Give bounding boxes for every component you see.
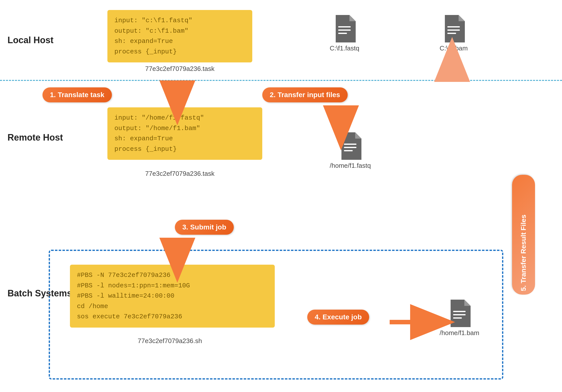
badge-submit-job: 3. Submit job — [175, 220, 234, 235]
svg-rect-3 — [447, 26, 460, 27]
file-bam-local-icon: C:\f1.bam — [440, 15, 468, 52]
svg-rect-6 — [344, 144, 356, 145]
diagram: Local Host Remote Host Batch Systems (PB… — [0, 0, 562, 392]
svg-rect-7 — [344, 147, 356, 148]
local-task-label: 77e3c2ef7079a236.task — [120, 65, 240, 73]
svg-rect-10 — [453, 314, 466, 315]
file-fastq-local-icon: C:\f1.fastq — [330, 15, 359, 52]
file-bam-remote-icon: /home/f1.bam — [440, 300, 479, 337]
svg-rect-9 — [453, 311, 466, 312]
remote-code-box: input: "/home/f1.fastq" output: "/home/f… — [107, 107, 262, 160]
svg-rect-0 — [338, 26, 351, 27]
batch-script-label: 77e3c2ef7079a236.sh — [87, 337, 252, 345]
badge-transfer-input: 2. Transfer input files — [262, 87, 348, 102]
file-fastq-remote-icon: /home/f1.fastq — [330, 132, 371, 170]
badge-translate-task: 1. Translate task — [42, 87, 112, 102]
svg-rect-1 — [338, 29, 351, 31]
svg-rect-2 — [338, 33, 347, 34]
divider-1 — [0, 80, 562, 81]
local-host-label: Local Host — [7, 35, 53, 45]
badge-transfer-result: 5. Transfer Result Files — [512, 175, 535, 295]
svg-rect-5 — [447, 33, 456, 34]
batch-code-box: #PBS -N 77e3c2ef7079a236 #PBS -l nodes=1… — [70, 265, 275, 328]
badge-execute-job: 4. Execute job — [307, 310, 369, 325]
svg-rect-11 — [453, 317, 462, 319]
svg-rect-4 — [447, 29, 460, 31]
remote-task-label: 77e3c2ef7079a236.task — [120, 170, 240, 178]
local-code-box: input: "c:\f1.fastq" output: "c:\f1.bam"… — [107, 10, 252, 62]
svg-rect-8 — [344, 150, 353, 151]
remote-host-label: Remote Host — [7, 132, 63, 143]
